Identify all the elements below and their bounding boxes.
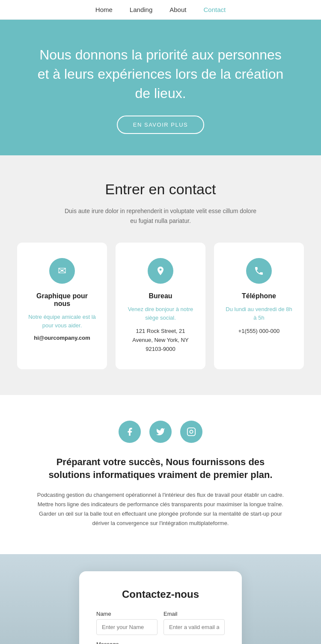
form-name-input[interactable] xyxy=(96,619,158,635)
form-bg-section: Contactez-nous Name Email Message Galler… xyxy=(0,554,321,644)
contact-form-card: Contactez-nous Name Email Message Galler… xyxy=(79,571,242,644)
phone-icon xyxy=(246,258,272,284)
form-row-name-email: Name Email xyxy=(96,611,225,635)
form-email-input[interactable] xyxy=(163,619,225,635)
form-group-message: Message xyxy=(96,641,225,644)
card-bureau-desc: Venez dire bonjour à notre siège social. xyxy=(126,305,195,322)
card-bureau-detail: 121 Rock Street, 21 Avenue, New York, NY… xyxy=(126,327,195,353)
instagram-icon[interactable] xyxy=(180,421,202,443)
hero-section: Nous donnons la priorité aux personnes e… xyxy=(0,20,321,155)
card-phone-detail: +1(555) 000-000 xyxy=(238,327,280,336)
email-icon: ✉ xyxy=(49,258,75,284)
facebook-icon[interactable] xyxy=(119,421,141,443)
social-section: Préparant votre succès, Nous fournissons… xyxy=(0,395,321,554)
card-email-title: Graphique pour nous xyxy=(27,292,97,308)
navbar: Home Landing About Contact xyxy=(0,0,321,20)
social-icons-container xyxy=(34,421,287,443)
card-bureau: Bureau Venez dire bonjour à notre siège … xyxy=(116,243,205,369)
card-phone-title: Téléphone xyxy=(242,292,276,300)
hero-heading: Nous donnons la priorité aux personnes e… xyxy=(34,45,287,103)
cards-container: ✉ Graphique pour nous Notre équipe amica… xyxy=(17,243,304,369)
card-phone-desc: Du lundi au vendredi de 8h à 5h xyxy=(224,305,294,322)
svg-rect-0 xyxy=(187,427,195,435)
form-message-label: Message xyxy=(96,641,225,644)
card-email-detail: hi@ourcompany.com xyxy=(34,335,90,341)
nav-landing[interactable]: Landing xyxy=(130,6,152,13)
form-group-email: Email xyxy=(163,611,225,635)
social-body: Podcasting gestion du changement opérati… xyxy=(36,490,285,528)
form-group-name: Name xyxy=(96,611,158,635)
contact-info-section: Entrer en contact Duis aute irure dolor … xyxy=(0,155,321,395)
card-phone: Téléphone Du lundi au vendredi de 8h à 5… xyxy=(214,243,304,369)
location-icon xyxy=(148,258,173,284)
form-email-label: Email xyxy=(163,611,225,617)
nav-about[interactable]: About xyxy=(169,6,186,13)
twitter-icon[interactable] xyxy=(149,421,172,443)
nav-contact[interactable]: Contact xyxy=(203,6,226,13)
card-email: ✉ Graphique pour nous Notre équipe amica… xyxy=(17,243,107,369)
card-bureau-title: Bureau xyxy=(149,292,172,300)
hero-button[interactable]: EN SAVOIR PLUS xyxy=(117,116,204,134)
social-heading: Préparant votre succès, Nous fournissons… xyxy=(34,456,287,482)
card-email-desc: Notre équipe amicale est là pour vous ai… xyxy=(27,313,97,329)
form-title: Contactez-nous xyxy=(96,588,225,600)
form-name-label: Name xyxy=(96,611,158,617)
contact-subtitle: Duis aute irure dolor in reprehenderit i… xyxy=(62,206,259,226)
contact-title: Entrer en contact xyxy=(17,181,304,198)
nav-home[interactable]: Home xyxy=(95,6,113,13)
